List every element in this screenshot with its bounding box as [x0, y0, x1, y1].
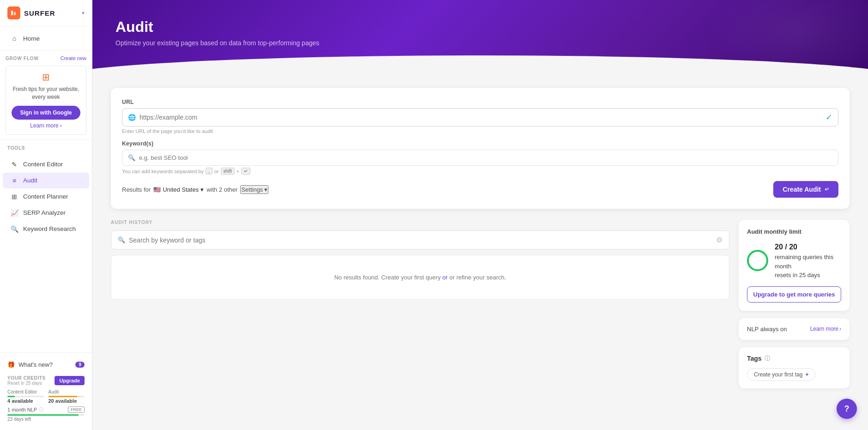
help-button[interactable]: ? — [837, 399, 857, 419]
keyword-input-row: 🔍 — [122, 150, 838, 166]
limit-content: 20 / 20 remaining queries this month res… — [747, 242, 841, 280]
create-new-link[interactable]: Create new — [61, 55, 86, 61]
country-select-button[interactable]: 🇺🇸 United States ▾ — [153, 186, 204, 193]
sidebar-logo: SURFER — [7, 6, 55, 19]
grow-flow-card-text: Fresh tips for your website, every week — [12, 85, 80, 101]
nlp-learn-more-link[interactable]: Learn more › — [810, 326, 841, 332]
audit-nav-label: Audit — [23, 177, 37, 184]
form-footer: Results for 🇺🇸 United States ▾ with 2 ot… — [122, 181, 838, 198]
svg-rect-1 — [14, 12, 16, 15]
limit-numbers: 20 / 20 remaining queries this month res… — [775, 242, 841, 280]
nlp-label: 1 month NLP ⓘ — [7, 406, 43, 413]
home-icon: ⌂ — [10, 35, 18, 42]
sign-in-google-button[interactable]: Sign in with Google — [12, 106, 80, 120]
keyword-search-icon: 🔍 — [128, 154, 135, 161]
audit-history-title: AUDIT HISTORY — [111, 220, 729, 225]
url-hint: Enter URL of the page you'd like to audi… — [122, 128, 838, 134]
sidebar-item-serp-analyzer[interactable]: 📈 SERP Analyzer — [3, 205, 89, 221]
hero-header: Audit Optimize your existing pages based… — [92, 0, 868, 79]
nlp-days-left: 23 days left — [7, 417, 85, 422]
grow-flow-header: GROW FLOW Create new — [6, 55, 86, 61]
sidebar-item-home[interactable]: ⌂ Home — [3, 30, 89, 46]
whats-new-badge: 9 — [75, 362, 85, 368]
audit-credit: Audit 20 available — [49, 389, 85, 404]
main-content: Audit Optimize your existing pages based… — [92, 0, 868, 430]
upgrade-button[interactable]: Upgrade — [55, 376, 85, 385]
results-for: Results for 🇺🇸 United States ▾ with 2 ot… — [122, 185, 268, 194]
history-search-input[interactable] — [129, 236, 712, 244]
filter-icon[interactable]: ⚙ — [716, 236, 722, 244]
limit-remaining-text: remaining queries this month — [775, 253, 841, 271]
create-first-query-link[interactable]: or — [443, 274, 449, 281]
country-chevron-icon: ▾ — [200, 186, 204, 193]
page-subtitle: Optimize your existing pages based on da… — [115, 39, 845, 47]
url-check-icon: ✓ — [826, 112, 832, 122]
tags-card: Tags ⓘ Create your first tag + — [739, 347, 850, 388]
nlp-row: 1 month NLP ⓘ FREE — [7, 406, 85, 413]
surfer-logo-icon — [7, 6, 20, 19]
keyword-hint: You can add keywords separated by , or s… — [122, 168, 838, 175]
keyword-input[interactable] — [139, 154, 832, 161]
nlp-section: 1 month NLP ⓘ FREE 23 days left — [7, 406, 85, 422]
keyword-research-label: Keyword Research — [23, 225, 76, 232]
us-flag-icon: 🇺🇸 — [153, 186, 161, 193]
create-audit-button[interactable]: Create Audit ↵ — [773, 181, 838, 198]
history-area: AUDIT HISTORY 🔍 ⚙ No results found. Crea… — [111, 220, 850, 388]
create-tag-button[interactable]: Create your first tag + — [747, 368, 815, 381]
url-globe-icon: 🌐 — [128, 114, 136, 121]
history-search-bar: 🔍 ⚙ — [111, 230, 729, 249]
sidebar-bottom: 🎁 What's new? 9 YOUR CREDITS Reset in 25… — [0, 352, 92, 430]
keyword-research-icon: 🔍 — [10, 225, 18, 233]
credits-header: YOUR CREDITS Reset in 25 days Upgrade — [7, 375, 85, 386]
create-audit-enter-icon: ↵ — [825, 186, 829, 193]
svg-rect-0 — [11, 11, 13, 15]
audit-form-card: URL 🌐 ✓ Enter URL of the page you'd like… — [111, 88, 850, 209]
upgrade-queries-button[interactable]: Upgrade to get more queries — [747, 286, 841, 303]
learn-more-link[interactable]: Learn more › — [12, 122, 80, 129]
settings-button[interactable]: Settings ▾ — [240, 185, 268, 194]
audit-icon: ≡ — [10, 177, 18, 184]
surfer-logo-text: SURFER — [24, 9, 55, 17]
tags-info-icon: ⓘ — [765, 355, 770, 363]
page-title: Audit — [115, 18, 845, 36]
sidebar-collapse-chevron[interactable]: ▾ — [82, 10, 85, 16]
limit-circle-progress — [747, 250, 768, 271]
sidebar-item-keyword-research[interactable]: 🔍 Keyword Research — [3, 221, 89, 237]
nlp-bar-track — [7, 414, 85, 416]
sidebar-item-content-planner[interactable]: ⊞ Content Planner — [3, 189, 89, 205]
content-editor-icon: ✎ — [10, 161, 18, 168]
grow-flow-card: ⊞ Fresh tips for your website, every wee… — [6, 66, 86, 135]
side-panel: Audit monthly limit 20 / 20 remaining qu… — [739, 220, 850, 388]
shift-key-badge: shift — [221, 168, 235, 175]
history-panel: AUDIT HISTORY 🔍 ⚙ No results found. Crea… — [111, 220, 729, 388]
url-input[interactable] — [140, 114, 822, 121]
comma-key-badge: , — [206, 168, 212, 175]
limit-title: Audit monthly limit — [747, 228, 841, 235]
content-editor-available: 4 available — [7, 398, 44, 404]
credit-bar-row: Content Editor 4 available Audit 20 avai… — [7, 389, 85, 404]
nlp-free-badge: FREE — [68, 406, 85, 413]
content-editor-bar-fill — [7, 396, 15, 397]
content-editor-credit: Content Editor 4 available — [7, 389, 44, 404]
audit-available: 20 available — [49, 398, 85, 404]
no-results-message: No results found. Create your first quer… — [111, 255, 729, 300]
keywords-label: Keyword(s) — [122, 140, 838, 147]
content-planner-icon: ⊞ — [10, 193, 18, 200]
tools-nav: ✎ Content Editor ≡ Audit ⊞ Content Plann… — [0, 152, 92, 241]
credits-title: YOUR CREDITS — [7, 375, 46, 381]
audit-bar-fill — [49, 396, 78, 397]
create-tag-plus-icon: + — [805, 371, 808, 378]
credit-bars: Content Editor 4 available Audit 20 avai… — [7, 389, 85, 422]
sidebar-item-content-editor[interactable]: ✎ Content Editor — [3, 157, 89, 172]
tools-section-label: TOOLS — [0, 140, 92, 152]
sidebar: SURFER ▾ ⌂ Home GROW FLOW Create new ⊞ F… — [0, 0, 92, 430]
tags-header: Tags ⓘ — [747, 355, 841, 363]
sidebar-item-audit[interactable]: ≡ Audit — [3, 173, 89, 188]
whats-new-item[interactable]: 🎁 What's new? 9 — [6, 357, 86, 372]
audit-bar-label: Audit — [49, 389, 85, 394]
content-editor-bar-track — [7, 396, 44, 397]
grow-flow-section: GROW FLOW Create new ⊞ Fresh tips for yo… — [0, 50, 92, 140]
sidebar-header: SURFER ▾ — [0, 0, 92, 26]
audit-bar-track — [49, 396, 85, 397]
nlp-bar-fill — [7, 414, 79, 416]
